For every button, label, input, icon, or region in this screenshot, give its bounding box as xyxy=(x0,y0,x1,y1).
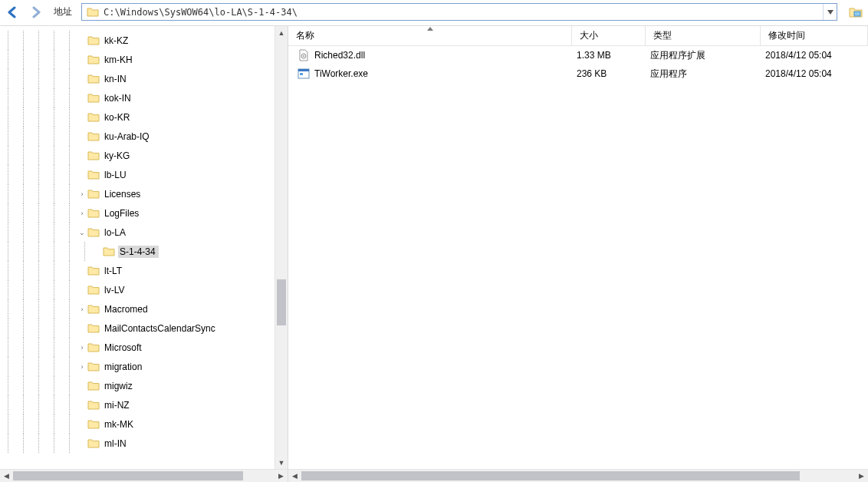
svg-point-2 xyxy=(303,55,304,57)
back-button[interactable] xyxy=(5,4,21,21)
folder-icon xyxy=(87,35,100,47)
tree-item[interactable]: ›kok-IN xyxy=(0,88,288,107)
folder-icon xyxy=(87,169,100,181)
svg-rect-4 xyxy=(298,69,309,71)
scroll-right-icon[interactable]: ▶ xyxy=(275,470,288,483)
tree-item[interactable]: ›Microsoft xyxy=(0,338,288,357)
expand-icon[interactable]: › xyxy=(77,210,87,217)
file-name: TiWorker.exe xyxy=(314,68,368,79)
column-header-date[interactable]: 修改时间 xyxy=(761,26,868,45)
file-type: 应用程序扩展 xyxy=(646,49,761,62)
tree-item-label: LogFiles xyxy=(103,207,142,220)
scroll-right-icon[interactable]: ▶ xyxy=(855,470,868,483)
tree-item[interactable]: ›kn-IN xyxy=(0,69,288,88)
scroll-left-icon[interactable]: ◀ xyxy=(288,470,301,483)
tree-item[interactable]: ›MailContactsCalendarSync xyxy=(0,319,288,338)
tree-item-label: ko-KR xyxy=(103,111,133,124)
tree-horizontal-scrollbar[interactable]: ◀ ▶ xyxy=(0,469,288,482)
explorer-icon[interactable] xyxy=(848,5,863,20)
tree-item-label: MailContactsCalendarSync xyxy=(103,322,219,335)
list-hscroll-thumb[interactable] xyxy=(301,471,800,480)
tree-item-label: mk-MK xyxy=(103,418,136,431)
folder-icon xyxy=(87,380,100,392)
folder-tree-pane: ›kk-KZ›km-KH›kn-IN›kok-IN›ko-KR›ku-Arab-… xyxy=(0,26,288,482)
tree-item[interactable]: ›mi-NZ xyxy=(0,395,288,414)
tree-item[interactable]: ›migwiz xyxy=(0,376,288,395)
folder-icon xyxy=(87,284,100,296)
folder-icon xyxy=(87,92,100,104)
file-date: 2018/4/12 05:04 xyxy=(761,68,868,79)
column-header-name[interactable]: 名称 xyxy=(288,26,572,45)
tree-vertical-scrollbar[interactable]: ▲ ▼ xyxy=(275,26,288,469)
folder-tree[interactable]: ›kk-KZ›km-KH›kn-IN›kok-IN›ko-KR›ku-Arab-… xyxy=(0,26,288,469)
tree-item[interactable]: ›lv-LV xyxy=(0,280,288,299)
file-list[interactable]: Riched32.dll1.33 MB应用程序扩展2018/4/12 05:04… xyxy=(288,46,868,469)
tree-item[interactable]: ›migration xyxy=(0,357,288,376)
tree-item[interactable]: ›ku-Arab-IQ xyxy=(0,127,288,146)
tree-item-label: ml-IN xyxy=(103,437,130,450)
folder-icon xyxy=(87,150,100,162)
tree-item[interactable]: ›lb-LU xyxy=(0,165,288,184)
file-row[interactable]: TiWorker.exe236 KB应用程序2018/4/12 05:04 xyxy=(288,64,868,83)
tree-item-label: S-1-4-34 xyxy=(118,246,159,258)
tree-item-label: ku-Arab-IQ xyxy=(103,130,153,143)
column-header-row: 名称 大小 类型 修改时间 xyxy=(288,26,868,46)
forward-button[interactable] xyxy=(28,4,44,21)
svg-rect-5 xyxy=(300,73,303,75)
expand-icon[interactable]: › xyxy=(77,363,87,371)
address-bar[interactable]: C:\Windows\SysWOW64\lo-LA\S-1-4-34\ xyxy=(81,3,837,21)
tree-item[interactable]: ›km-KH xyxy=(0,50,288,69)
tree-item-label: Licenses xyxy=(103,188,143,200)
svg-rect-0 xyxy=(854,12,860,16)
column-header-size[interactable]: 大小 xyxy=(572,26,646,45)
folder-icon xyxy=(87,342,100,354)
column-header-type[interactable]: 类型 xyxy=(646,26,761,45)
folder-icon xyxy=(87,399,100,411)
tree-item[interactable]: ›ko-KR xyxy=(0,107,288,127)
tree-item-label: kn-IN xyxy=(103,73,130,85)
expand-icon[interactable]: › xyxy=(77,305,87,313)
scroll-down-icon[interactable]: ▼ xyxy=(275,456,288,469)
tree-item-label: migwiz xyxy=(103,380,136,392)
file-size: 236 KB xyxy=(572,68,646,79)
file-name: Riched32.dll xyxy=(314,50,365,61)
address-label: 地址 xyxy=(51,5,75,18)
tree-item[interactable]: ›ml-IN xyxy=(0,434,288,453)
list-horizontal-scrollbar[interactable]: ◀ ▶ xyxy=(288,469,868,482)
tree-item-label: lo-LA xyxy=(103,226,129,239)
tree-item[interactable]: ⌄lo-LA xyxy=(0,223,288,242)
tree-item-label: lv-LV xyxy=(103,284,127,296)
exe-file-icon xyxy=(298,68,310,80)
tree-item-label: mi-NZ xyxy=(103,399,133,411)
scroll-up-icon[interactable]: ▲ xyxy=(275,26,288,39)
tree-item-label: migration xyxy=(103,361,145,373)
folder-icon xyxy=(87,73,100,85)
tree-item[interactable]: ›kk-KZ xyxy=(0,31,288,50)
scroll-left-icon[interactable]: ◀ xyxy=(0,470,13,483)
tree-item[interactable]: ›ky-KG xyxy=(0,146,288,165)
main-split: ›kk-KZ›km-KH›kn-IN›kok-IN›ko-KR›ku-Arab-… xyxy=(0,26,868,482)
folder-icon xyxy=(87,188,100,200)
tree-item[interactable]: ›mk-MK xyxy=(0,414,288,434)
tree-item-label: Macromed xyxy=(103,303,151,315)
folder-icon xyxy=(87,54,100,66)
tree-item[interactable]: ›Macromed xyxy=(0,299,288,319)
address-dropdown[interactable] xyxy=(823,4,837,20)
folder-icon xyxy=(87,130,100,143)
folder-icon xyxy=(103,246,115,258)
address-path: C:\Windows\SysWOW64\lo-LA\S-1-4-34\ xyxy=(102,7,823,18)
tree-hscroll-thumb[interactable] xyxy=(13,471,243,480)
dll-file-icon xyxy=(298,49,310,61)
tree-item-label: kok-IN xyxy=(103,92,134,104)
folder-icon xyxy=(87,322,100,335)
collapse-icon[interactable]: ⌄ xyxy=(77,229,87,236)
tree-item[interactable]: ›Licenses xyxy=(0,184,288,203)
tree-item[interactable]: ›lt-LT xyxy=(0,261,288,280)
tree-scroll-thumb[interactable] xyxy=(277,279,286,325)
tree-item[interactable]: ›S-1-4-34 xyxy=(0,242,288,261)
tree-item[interactable]: ›LogFiles xyxy=(0,203,288,223)
expand-icon[interactable]: › xyxy=(77,190,87,198)
file-row[interactable]: Riched32.dll1.33 MB应用程序扩展2018/4/12 05:04 xyxy=(288,46,868,64)
expand-icon[interactable]: › xyxy=(77,344,87,352)
tree-item-label: Microsoft xyxy=(103,342,145,354)
